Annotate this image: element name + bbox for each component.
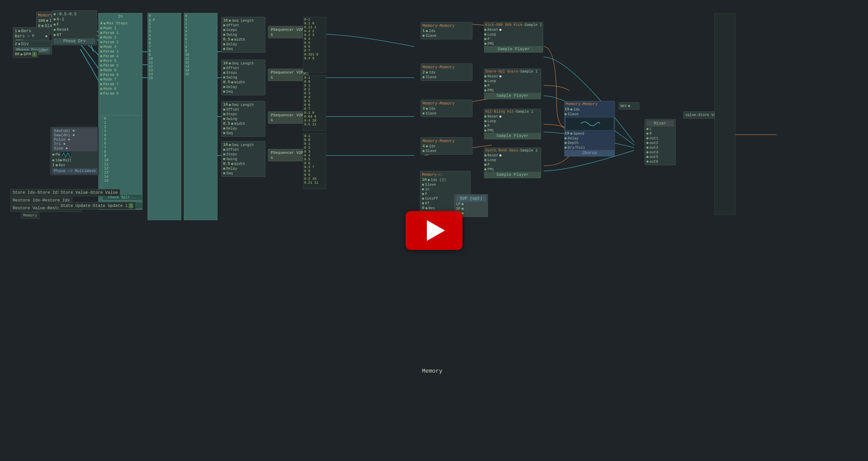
store-idx-node: Store Idx → Store Idx	[10, 189, 62, 196]
note-grid-right: 0 1 2 3 4 5 6 7 8 9 10 11 12 13 14 15	[184, 13, 217, 220]
node-editor-canvas: Memory → □ 100Idx 0Slave 0-1 1Bars Bars …	[0, 0, 868, 461]
memory-memory-4: Memory → Memory 4Idx Slave	[421, 137, 472, 155]
seq-v2-label-4: P Sequencer V2 PG G	[268, 149, 309, 161]
seq-params-2: 16Seq Length Offset Steps Swing 0.5Width…	[221, 60, 265, 95]
memory-memory-1: Memory → Memory 1Idx Slave	[421, 22, 472, 39]
multiwave-node: Saw(up) ● Saw(dn) ● Pulse ● Tri ● Sine ●…	[51, 127, 99, 175]
seq-v2-label-1: P Sequencer V2 PG G	[268, 26, 309, 38]
seq-values-2: 0-1 0 0 0 1 0 2 0 3 0 4 0 5 0 6 0 7 0.1 …	[303, 75, 326, 131]
sample-player-4: Synth Ronk Bass → Sample 1 Reset Loop P …	[484, 148, 541, 178]
memory-bottom-node: Memory	[21, 212, 39, 219]
wet-node: Wet	[619, 102, 640, 110]
chorus-node: Memory → Memory 19Idx Slave 19Speed Dela…	[564, 101, 615, 156]
sample-player-2: Snare-Opl Snare → Sample 1 Reset Loop P …	[484, 69, 541, 99]
seq-params-3: 16Seq Length Offset Steps Swing 0.5Width…	[221, 101, 265, 137]
youtube-overlay[interactable]	[406, 211, 463, 250]
seq-values-1: 0-1 0.1 0 0.11 1 0.3 2 0.2 3 0 4 0 5 0 6…	[303, 17, 326, 72]
store-value-node: Store Value → Store Value	[58, 189, 120, 196]
sample-player-1: Kick-808 909 Kick → Sample 1 Reset Loop …	[484, 22, 543, 53]
state-update-node: State Update → State Update 1 1	[58, 202, 136, 210]
memory-memory-3: Memory → Memory 3Idx Slave	[421, 100, 472, 117]
sample-player-3: Hit-Bling Hit → Sample 1 Reset Loop P PM…	[484, 109, 541, 139]
right-edge-block	[714, 13, 735, 215]
seq-v2-label-2: P Sequencer V2 PG G	[268, 69, 309, 81]
seq-v2-label-3: P Sequencer V2 PG G	[268, 111, 309, 124]
note-grid-left: 8 1 0 1 2 3 4 5 6 7 8 9 10 11 12 13 14 1…	[148, 13, 181, 220]
bpm-node: 80BPM1	[13, 51, 38, 58]
youtube-play-button[interactable]	[406, 211, 463, 250]
memory-memory-2: Memory → Memory 2Idx Slave	[421, 63, 472, 81]
phase-drv-node: -0.5-0.5 0-1 F Reset KT Phase Drv	[52, 10, 97, 45]
seq-params-1: 16Seq Length Offset Steps Swing 0.5Width…	[221, 17, 265, 53]
mixer-node: Mixer L R out1 out2 out3 out4 out5 out6	[645, 119, 676, 165]
seq-params-4: 16Seq Length Offset Steps Swing 0.5Width…	[221, 141, 265, 177]
phase-splitter2-block: 0 1 2 3 4 5 6 7 8 9 10 11 12 13 14 15 Ph…	[102, 115, 143, 201]
memory-bottom-label: Memory	[422, 368, 442, 374]
seq-values-3: 0-1 0 0 0 1 0 2 0 3 0 4 0 5 0 6 0.3 7 0 …	[303, 133, 326, 189]
